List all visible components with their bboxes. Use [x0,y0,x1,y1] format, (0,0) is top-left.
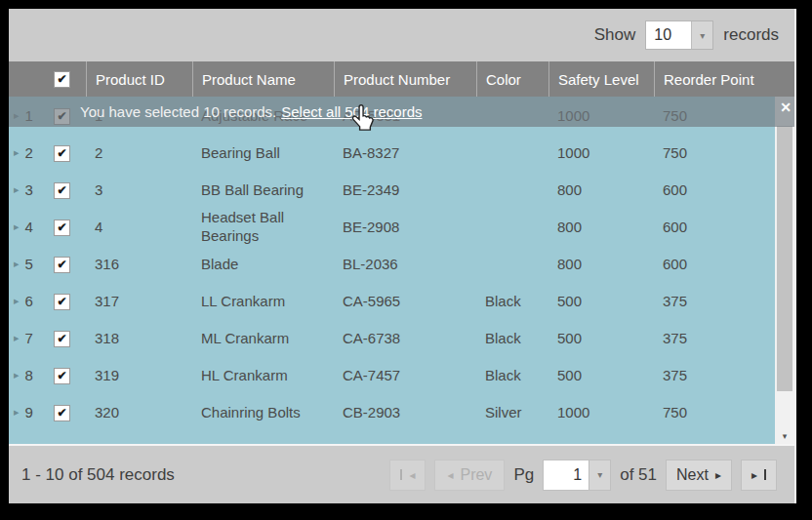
next-page-button[interactable]: Next ▸ [666,460,732,491]
select-all-checkbox[interactable]: ✔ [54,71,70,88]
cell-color: Black [476,292,548,310]
row-expander-icon[interactable]: ▸ [14,292,20,310]
cell-product-number: BE-2908 [334,218,476,236]
row-checkbox[interactable]: ✔ [54,257,70,273]
grid-body: ▸ 1 ✔ 1 Adjustable Race AR-5381 1000 750… [9,97,794,444]
column-header-reorder-point[interactable]: Reorder Point [654,61,777,97]
table-row[interactable]: ▸ 8 ✔ 319 HL Crankarm CA-7457 Black 500 … [9,356,777,393]
close-icon[interactable]: ✕ [780,100,792,115]
page-size-dropdown-button[interactable]: ▾ [691,21,712,49]
row-checkbox[interactable]: ✔ [54,220,70,236]
cell-product-id: 320 [86,403,192,421]
column-header-color[interactable]: Color [476,61,548,97]
cell-reorder-point: 375 [654,292,777,310]
row-checkbox[interactable]: ✔ [54,368,70,384]
prev-page-button[interactable]: ◂ Prev [434,460,505,491]
row-number: 4 [25,218,33,236]
cell-color: Silver [476,403,548,421]
row-number: 2 [25,143,33,162]
chevron-down-icon: ▾ [700,30,705,41]
page-size-input[interactable] [646,21,691,49]
last-page-icon: ▸ [751,469,757,481]
cell-product-name: LL Crankarm [192,292,334,310]
cell-safety-level: 800 [548,255,654,273]
selection-message: You have selected 10 records. [80,103,276,120]
cell-safety-level: 500 [548,292,654,310]
scrollbar-down-button[interactable]: ▾ [775,427,794,444]
column-header-safety-level[interactable]: Safety Level [548,61,654,97]
cell-product-number: CA-5965 [334,292,476,310]
row-expander-icon[interactable]: ▸ [14,329,20,347]
row-checkbox[interactable]: ✔ [54,331,70,347]
show-label: Show [594,25,636,45]
cell-safety-level: 800 [548,180,654,199]
next-arrow-icon: ▸ [715,469,721,481]
next-label: Next [676,466,709,484]
check-icon: ✔ [57,296,66,307]
cell-product-id: 317 [86,292,192,310]
header-expander-spacer [9,61,45,97]
row-checkbox[interactable]: ✔ [54,294,70,310]
scrollbar-thumb[interactable] [777,126,792,391]
check-icon: ✔ [57,73,66,85]
check-icon: ✔ [57,259,66,270]
scroll-down-icon: ▾ [783,431,788,441]
check-icon: ✔ [57,221,66,233]
row-expander-icon[interactable]: ▸ [14,143,20,162]
check-icon: ✔ [57,407,66,419]
row-checkbox[interactable]: ✔ [54,145,70,162]
table-row[interactable]: ▸ 7 ✔ 318 ML Crankarm CA-6738 Black 500 … [9,319,777,356]
check-icon: ✔ [57,147,66,159]
page-number-dropdown-button[interactable]: ▾ [589,460,610,490]
row-expander-icon[interactable]: ▸ [14,218,20,236]
row-number: 6 [25,292,33,310]
table-row[interactable]: ▸ 6 ✔ 317 LL Crankarm CA-5965 Black 500 … [9,282,777,319]
page-number-input[interactable] [544,460,589,490]
cell-product-name: Headset Ball Bearings [192,208,334,245]
cell-product-id: 318 [86,329,192,347]
cell-product-name: BB Ball Bearing [192,180,334,199]
data-grid-widget: Show ▾ records ✔ Product ID Product Name… [9,9,796,503]
row-checkbox[interactable]: ✔ [54,405,70,421]
cell-reorder-point: 600 [654,218,777,236]
table-row[interactable]: ▸ 4 ✔ 4 Headset Ball Bearings BE-2908 80… [9,208,777,245]
pager: ◂ ◂ Prev Pg ▾ of 51 Next ▸ ▸ [389,460,777,491]
cell-product-number: CB-2903 [334,403,476,421]
row-expander-icon[interactable]: ▸ [14,403,20,421]
first-page-button[interactable]: ◂ [389,460,426,491]
header-checkbox-cell: ✔ [45,61,86,97]
row-expander-icon[interactable]: ▸ [14,180,20,199]
column-header-product-name[interactable]: Product Name [192,61,334,97]
grid-header-row: ✔ Product ID Product Name Product Number… [9,61,794,97]
cell-product-name: Chainring Bolts [192,403,334,421]
vertical-scrollbar[interactable]: ▾ [775,97,794,444]
cell-safety-level: 1000 [548,403,654,421]
column-header-product-id[interactable]: Product ID [86,61,192,97]
cell-product-id: 316 [86,255,192,273]
cell-reorder-point: 375 [654,329,777,347]
cell-reorder-point: 375 [654,366,777,384]
cell-color: Black [476,329,548,347]
row-checkbox[interactable]: ✔ [54,182,70,199]
row-number: 8 [25,366,33,384]
chevron-down-icon: ▾ [597,469,602,480]
table-row[interactable]: ▸ 9 ✔ 320 Chainring Bolts CB-2903 Silver… [9,393,777,430]
table-row[interactable]: ▸ 5 ✔ 316 Blade BL-2036 800 600 [9,245,777,282]
cell-safety-level: 500 [548,329,654,347]
cell-safety-level: 1000 [548,143,654,162]
prev-arrow-icon: ◂ [447,469,453,481]
row-number: 9 [25,403,33,421]
cell-product-id: 4 [86,218,192,236]
cell-product-name: Blade [192,255,334,273]
cell-reorder-point: 750 [654,143,777,162]
last-page-button[interactable]: ▸ [741,460,777,491]
table-row[interactable]: ▸ 3 ✔ 3 BB Ball Bearing BE-2349 800 600 [9,171,777,208]
page-size-combo: ▾ [645,20,713,50]
table-row[interactable]: ▸ 2 ✔ 2 Bearing Ball BA-8327 1000 750 [9,134,777,171]
row-expander-icon[interactable]: ▸ [14,366,20,384]
cell-product-id: 3 [86,180,192,199]
records-label: records [723,25,779,45]
prev-label: Prev [460,466,492,484]
row-expander-icon[interactable]: ▸ [14,255,20,273]
column-header-product-number[interactable]: Product Number [334,61,476,97]
